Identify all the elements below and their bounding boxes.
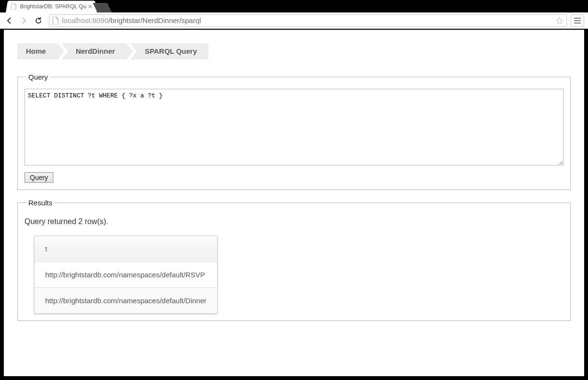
- results-table: t http://brightstardb.com/namespaces/def…: [34, 236, 218, 314]
- page-icon: [52, 17, 59, 24]
- table-row: http://brightstardb.com/namespaces/defau…: [35, 288, 217, 313]
- back-button[interactable]: [4, 15, 15, 26]
- sparql-query-input[interactable]: [24, 89, 564, 166]
- file-icon: [10, 3, 18, 10]
- close-icon[interactable]: [88, 5, 93, 9]
- results-message: Query returned 2 row(s).: [24, 217, 564, 226]
- bookmark-star-icon[interactable]: [556, 17, 564, 24]
- reload-button[interactable]: [33, 15, 44, 26]
- forward-button[interactable]: [18, 15, 30, 26]
- query-legend: Query: [26, 73, 50, 81]
- table-row: http://brightstardb.com/namespaces/defau…: [35, 262, 217, 288]
- browser-toolbar: localhost:8090/brightstar/NerdDinner/spa…: [0, 12, 588, 29]
- address-bar[interactable]: localhost:8090/brightstar/NerdDinner/spa…: [49, 14, 567, 27]
- tab-title: BrightstarDB: SPARQL Que: [20, 3, 87, 10]
- url-host: localhost:8090: [62, 16, 109, 24]
- tab-strip: BrightstarDB: SPARQL Que: [0, 0, 588, 12]
- breadcrumb-item-sparql-query[interactable]: SPARQL Query: [130, 43, 208, 59]
- breadcrumb-item-home[interactable]: Home: [17, 43, 58, 59]
- page-body: Home NerdDinner SPARQL Query Query Query…: [4, 30, 584, 343]
- page-viewport: Home NerdDinner SPARQL Query Query Query…: [3, 29, 585, 377]
- url-path: /brightstar/NerdDinner/sparql: [109, 16, 201, 24]
- results-fieldset: Results Query returned 2 row(s). t http:…: [17, 199, 571, 321]
- query-fieldset: Query Query: [17, 73, 571, 190]
- breadcrumb: Home NerdDinner SPARQL Query: [17, 43, 571, 59]
- browser-window: BrightstarDB: SPARQL Que localhost:8090/…: [0, 0, 588, 380]
- table-cell: http://brightstardb.com/namespaces/defau…: [35, 288, 217, 313]
- table-header-row: t: [35, 236, 217, 262]
- results-legend: Results: [26, 199, 54, 207]
- browser-tab[interactable]: BrightstarDB: SPARQL Que: [6, 1, 97, 12]
- query-button[interactable]: Query: [24, 172, 53, 183]
- table-cell: http://brightstardb.com/namespaces/defau…: [35, 262, 217, 288]
- table-header-cell: t: [35, 236, 217, 262]
- breadcrumb-item-nerddinner[interactable]: NerdDinner: [61, 43, 127, 59]
- hamburger-menu-icon[interactable]: [571, 14, 584, 27]
